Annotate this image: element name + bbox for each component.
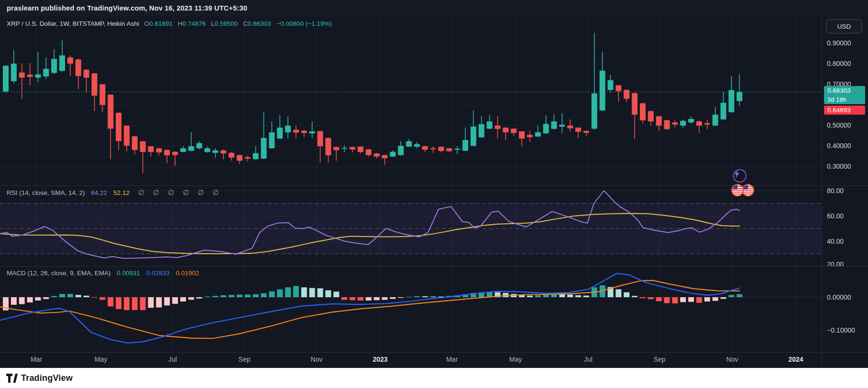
rsi-axis-label: 60.00	[827, 212, 844, 220]
symbol-title: XRP / U.S. Dollar, 1W, BITSTAMP, Heikin …	[7, 20, 139, 27]
macd-signal-value: 0.01902	[176, 269, 199, 277]
price-axis-label: 0.30000	[827, 162, 851, 171]
chart-area[interactable]: XRP / U.S. Dollar, 1W, BITSTAMP, Heikin …	[0, 16, 868, 368]
macd-legend: MACD (12, 26, close, 9, EMA, EMA) 0.0093…	[7, 269, 199, 277]
time-axis-separator	[0, 352, 868, 353]
publish-header: praslearn published on TradingView.com, …	[0, 0, 868, 17]
close-value: 0.66303	[248, 20, 271, 27]
rsi-legend: RSI (14, close, SMA, 14, 2) 64.22 52.12 …	[7, 188, 219, 197]
rsi-pane-canvas[interactable]: RSI (14, close, SMA, 14, 2) 64.22 52.12 …	[0, 186, 822, 266]
tradingview-wordmark[interactable]: TradingView	[21, 373, 73, 383]
time-axis-year-label: 2023	[373, 356, 387, 363]
rsi-axis-label: 80.00	[827, 186, 844, 195]
price-axis[interactable]: USD 0.66303 3d 18h 0.64693 0.900000.8000…	[822, 16, 868, 368]
footer-bar: TradingView	[0, 368, 868, 388]
time-axis-month-label: Nov	[311, 356, 323, 363]
close-label: C	[243, 20, 248, 27]
prev-price-tag: 0.64693	[824, 106, 865, 115]
time-axis-month-label: Nov	[726, 356, 738, 363]
bar-countdown: 3d 18h	[827, 96, 865, 104]
published-line: praslearn published on TradingView.com, …	[7, 4, 247, 12]
lightning-icon[interactable]	[733, 169, 747, 183]
low-label: L	[211, 20, 215, 27]
time-axis-month-label: Sep	[654, 356, 666, 363]
time-axis-month-label: Sep	[239, 356, 251, 363]
high-value: 0.74876	[182, 20, 206, 27]
macd-axis-label: −0.10000	[827, 326, 855, 334]
rsi-title: RSI (14, close, SMA, 14, 2)	[7, 189, 85, 196]
us-flag-icon[interactable]	[731, 184, 744, 196]
high-label: H	[178, 20, 183, 27]
price-axis-label: 0.40000	[827, 141, 851, 150]
macd-axis-label: 0.00000	[827, 293, 851, 302]
price-pane-canvas[interactable]: XRP / U.S. Dollar, 1W, BITSTAMP, Heikin …	[0, 16, 822, 185]
last-price-value: 0.66303	[827, 86, 865, 96]
time-axis-year-label: 2024	[788, 356, 803, 363]
time-axis-month-label: May	[95, 356, 107, 363]
rsi-axis-label: 20.00	[827, 260, 844, 269]
rsi-sma-value: 52.12	[113, 189, 130, 196]
time-axis-month-label: Mar	[446, 356, 458, 363]
time-axis-month-label: Jul	[168, 356, 177, 363]
low-value: 0.59500	[215, 20, 238, 27]
price-axis-label: 0.90000	[827, 39, 851, 47]
time-axis-month-label: Jul	[584, 356, 593, 363]
tradingview-published-chart: praslearn published on TradingView.com, …	[0, 0, 868, 388]
time-axis-month-label: Mar	[31, 356, 42, 363]
macd-pane-canvas[interactable]: MACD (12, 26, close, 9, EMA, EMA) 0.0093…	[0, 267, 822, 352]
time-axis[interactable]: MarMayJulSepNov2023MarMayJulSepNov2024	[0, 352, 822, 368]
time-axis-month-label: May	[509, 356, 522, 363]
pane-separator-2[interactable]	[0, 266, 868, 267]
open-label: O	[144, 20, 150, 27]
price-axis-label: 0.80000	[827, 59, 851, 68]
currency-toggle-button[interactable]: USD	[826, 19, 862, 33]
price-axis-label: 0.50000	[827, 121, 851, 129]
open-value: 0.61891	[149, 20, 173, 27]
rsi-axis-label: 40.00	[827, 237, 844, 246]
rsi-value: 64.22	[91, 189, 107, 196]
macd-line-value: 0.02833	[146, 269, 170, 277]
price-legend: XRP / U.S. Dollar, 1W, BITSTAMP, Heikin …	[7, 20, 332, 27]
tradingview-logo[interactable]	[6, 374, 18, 383]
macd-hist-value: 0.00931	[117, 269, 140, 277]
macd-title: MACD (12, 26, close, 9, EMA, EMA)	[7, 269, 111, 277]
last-price-tag: 0.66303 3d 18h	[824, 86, 865, 104]
lightning-bolt-glyph	[734, 170, 740, 178]
hidden-plot-icons[interactable]: ∅ ∅ ∅ ∅ ∅ ∅	[138, 188, 219, 196]
change-value: −0.00800 (−1.19%)	[276, 20, 332, 27]
